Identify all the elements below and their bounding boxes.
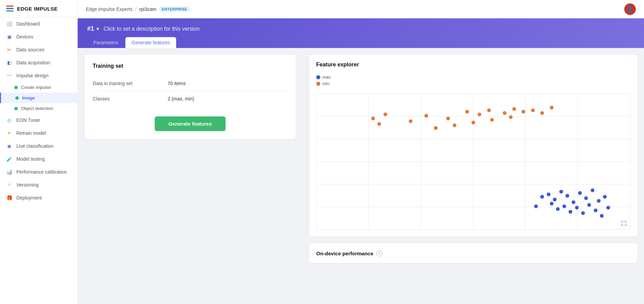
scatter-dot-blue-13 — [569, 210, 572, 214]
logo-bar-green — [6, 10, 14, 12]
sidebar-label-dashboard: Dashboard — [16, 21, 40, 27]
feature-explorer-title: Feature explorer — [316, 62, 630, 68]
legend-item-max: max — [316, 75, 331, 80]
scatter-dot-orange-9 — [503, 111, 507, 115]
avatar-initials: 👤 — [627, 6, 633, 12]
sidebar-item-eon-tuner[interactable]: ◎ EON Tuner — [0, 114, 77, 127]
scatter-dot-orange-18 — [490, 118, 494, 122]
dashboard-icon: ⬜ — [6, 21, 12, 27]
generate-features-button[interactable]: Generate features — [155, 116, 226, 131]
sidebar-item-model-testing[interactable]: 🧪 Model testing — [0, 153, 77, 165]
data-acquisition-icon: ◧ — [6, 60, 12, 66]
sidebar-label-image: Image — [22, 95, 35, 100]
sidebar-sub-create-impulse[interactable]: Create impulse — [0, 82, 77, 93]
sidebar-item-data-acquisition[interactable]: ◧ Data acquisition — [0, 56, 77, 69]
help-icon[interactable]: ? — [376, 250, 382, 256]
scatter-dot-blue-21 — [534, 205, 538, 208]
scatter-dot-orange-15 — [434, 126, 438, 130]
right-panel: Feature explorer max min — [303, 48, 644, 304]
performance-calibration-icon: 📊 — [6, 169, 12, 175]
breadcrumb: Edge Impulse Experts / rpi3cam ENTERPRIS… — [86, 6, 190, 12]
scatter-dot-blue-5 — [572, 201, 576, 204]
sidebar-item-dashboard[interactable]: ⬜ Dashboard — [0, 17, 77, 30]
page-tabs: Parameters Generate features — [87, 37, 634, 48]
left-panel: Training set Data in training set 70 ite… — [78, 48, 303, 304]
data-count-label: Data in training set — [93, 81, 168, 86]
model-testing-icon: 🧪 — [6, 156, 12, 162]
version-caret-icon: ▼ — [95, 26, 100, 32]
sidebar-label-retrain-model: Retrain model — [16, 130, 46, 136]
legend: max min — [316, 75, 331, 86]
scatter-dot-blue-18 — [600, 214, 604, 218]
legend-label-min: min — [322, 81, 329, 86]
scatter-dot-orange-10 — [512, 107, 516, 111]
enterprise-badge: ENTERPRISE — [159, 6, 190, 12]
sidebar-item-data-sources[interactable]: ✂ Data sources — [0, 43, 77, 56]
sidebar-item-impulse-design[interactable]: 〰 Impulse design — [0, 69, 77, 82]
sidebar-item-deployment[interactable]: 🎁 Deployment — [0, 191, 77, 204]
version-row: #1 ▼ Click to set a description for this… — [87, 25, 634, 32]
breadcrumb-project: rpi3cam — [139, 6, 156, 12]
data-count-row: Data in training set 70 items — [93, 76, 288, 91]
logo-icon — [6, 5, 14, 12]
breadcrumb-separator: / — [135, 6, 137, 12]
sidebar-label-eon-tuner: EON Tuner — [16, 117, 40, 123]
scatter-dot-blue-20 — [603, 195, 607, 199]
breadcrumb-org: Edge Impulse Experts — [86, 6, 133, 12]
data-count-value: 70 items — [168, 81, 186, 86]
scatter-dot-orange-19 — [509, 115, 513, 119]
version-description[interactable]: Click to set a description for this vers… — [104, 26, 200, 32]
sidebar-label-data-sources: Data sources — [16, 47, 44, 52]
sidebar-label-devices: Devices — [16, 34, 33, 39]
scatter-dot-orange-16 — [453, 123, 456, 127]
sidebar-sub-image[interactable]: Image — [0, 93, 77, 103]
scatter-dot-orange-0 — [371, 116, 375, 120]
sidebar-item-versioning[interactable]: ⑂ Versioning — [0, 178, 77, 191]
sidebar-item-retrain-model[interactable]: ✦ Retrain model — [0, 127, 77, 140]
sidebar: EDGE IMPULSE ⬜ Dashboard ▣ Devices ✂ Dat… — [0, 0, 78, 304]
dot-create-impulse — [14, 86, 18, 89]
top-header: Edge Impulse Experts / rpi3cam ENTERPRIS… — [78, 0, 644, 18]
versioning-icon: ⑂ — [6, 182, 12, 188]
page-header-banner: #1 ▼ Click to set a description for this… — [78, 18, 644, 48]
sidebar-label-versioning: Versioning — [16, 182, 39, 188]
sidebar-label-data-acquisition: Data acquisition — [16, 60, 50, 65]
scatter-dot-orange-5 — [446, 116, 450, 120]
app-title: EDGE IMPULSE — [17, 6, 58, 12]
sidebar-label-object-detection: Object detection — [21, 106, 53, 111]
sidebar-label-performance-calibration: Performance calibration — [16, 169, 67, 175]
sidebar-sub-object-detection[interactable]: Object detection — [0, 103, 77, 114]
classes-label: Classes — [93, 96, 168, 101]
scatter-dot-orange-13 — [540, 111, 544, 115]
scatter-dot-blue-17 — [594, 209, 597, 212]
legend-dot-max — [316, 75, 320, 79]
sidebar-item-performance-calibration[interactable]: 📊 Performance calibration — [0, 165, 77, 178]
legend-dot-min — [316, 82, 320, 86]
sidebar-item-devices[interactable]: ▣ Devices — [0, 30, 77, 43]
sidebar-item-live-classification[interactable]: ◉ Live classification — [0, 140, 77, 153]
scatter-dot-blue-6 — [578, 191, 582, 195]
avatar[interactable]: 👤 — [624, 3, 636, 15]
on-device-title-text: On-device performance — [316, 251, 373, 256]
scatter-dot-blue-8 — [591, 188, 594, 192]
scatter-dot-orange-7 — [478, 112, 481, 116]
scatter-dot-orange-14 — [550, 106, 554, 109]
expand-icon[interactable] — [620, 220, 627, 227]
scatter-dot-blue-15 — [581, 211, 585, 215]
retrain-model-icon: ✦ — [6, 130, 12, 136]
live-classification-icon: ◉ — [6, 143, 12, 149]
dot-image — [15, 96, 19, 100]
tab-generate-features[interactable]: Generate features — [125, 37, 176, 48]
scatter-dot-orange-6 — [465, 110, 469, 113]
scatter-dot-orange-2 — [384, 112, 387, 116]
tab-parameters[interactable]: Parameters — [87, 37, 124, 48]
devices-icon: ▣ — [6, 34, 12, 40]
scatter-dot-orange-3 — [409, 119, 413, 123]
version-badge[interactable]: #1 ▼ — [87, 25, 100, 32]
feature-explorer-card: Feature explorer max min — [309, 55, 637, 237]
dot-object-detection — [14, 107, 18, 110]
version-number: #1 — [87, 25, 94, 32]
scatter-dot-orange-4 — [425, 114, 428, 117]
scatter-dot-blue-0 — [540, 195, 544, 199]
scatter-dot-blue-12 — [562, 205, 566, 208]
